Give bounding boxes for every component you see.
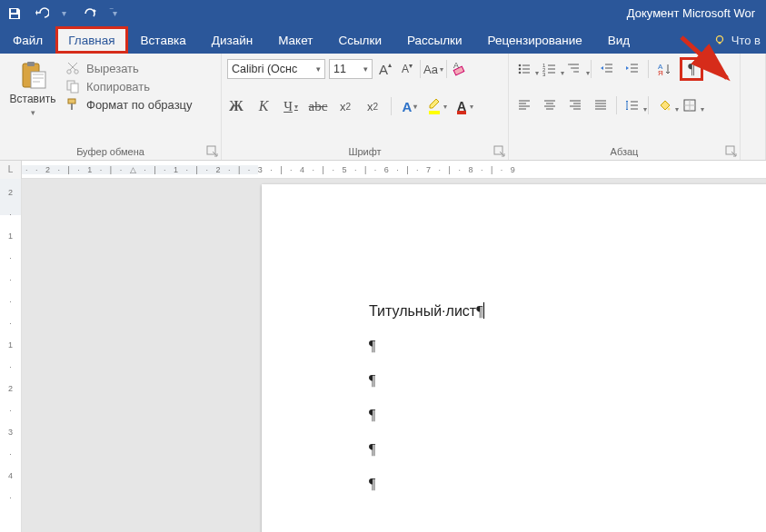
chevron-down-icon: ▾ <box>31 108 35 117</box>
shading-button[interactable] <box>654 96 674 114</box>
subscript-button[interactable]: x2 <box>336 97 354 115</box>
dialog-launcher-icon[interactable] <box>206 145 219 158</box>
svg-point-8 <box>75 70 78 74</box>
qat-customize-icon[interactable]: ‾▾ <box>110 8 118 18</box>
svg-text:3: 3 <box>542 72 546 76</box>
pilcrow-icon: ¶ <box>476 303 482 319</box>
multilevel-list-icon <box>568 62 582 76</box>
svg-point-23 <box>568 64 570 65</box>
tell-me[interactable]: Что в <box>708 26 766 54</box>
svg-rect-1 <box>11 15 18 18</box>
redo-icon[interactable] <box>83 6 97 21</box>
sort-button[interactable]: AЯ <box>654 60 674 78</box>
copy-button[interactable]: Копировать <box>65 79 193 94</box>
align-left-icon <box>517 98 532 113</box>
document-title: Документ Microsoft Wor <box>118 6 759 20</box>
copy-label: Копировать <box>86 80 150 94</box>
tab-selector[interactable]: L <box>0 161 22 179</box>
svg-point-28 <box>668 108 671 111</box>
pilcrow-icon: ¶ <box>369 338 766 354</box>
line-spacing-button[interactable] <box>622 96 642 114</box>
increase-indent-button[interactable] <box>622 60 642 78</box>
shrink-font-button[interactable]: A▾ <box>398 60 416 78</box>
eraser-icon: A <box>452 61 468 77</box>
clipboard-icon <box>18 61 47 90</box>
align-right-button[interactable] <box>565 96 585 114</box>
grow-font-button[interactable]: A▴ <box>376 60 394 78</box>
justify-button[interactable] <box>591 96 611 114</box>
svg-point-24 <box>571 67 572 69</box>
font-color-icon: A <box>455 97 468 115</box>
tab-review[interactable]: Рецензирование <box>475 26 595 54</box>
change-case-button[interactable]: Aa <box>424 60 443 78</box>
document-area: 2·1····1·2·3·4· Титульный·лист¶ ¶ ¶ ¶ ¶ … <box>0 179 766 532</box>
tab-file[interactable]: Файл <box>0 26 55 54</box>
tab-home[interactable]: Главная <box>55 26 127 54</box>
svg-point-19 <box>519 72 522 74</box>
lightbulb-icon <box>713 34 726 46</box>
paint-bucket-icon <box>657 98 671 113</box>
borders-button[interactable] <box>680 96 700 114</box>
tab-design[interactable]: Дизайн <box>199 26 265 54</box>
dialog-launcher-icon[interactable] <box>493 145 506 158</box>
group-label-clipboard: Буфер обмена <box>5 144 215 160</box>
svg-text:A: A <box>453 61 459 70</box>
undo-icon[interactable] <box>35 6 49 21</box>
svg-rect-12 <box>71 103 73 110</box>
svg-point-18 <box>519 68 522 71</box>
bullets-button[interactable] <box>514 60 534 78</box>
text-line: Титульный·лист¶ <box>369 302 766 320</box>
qat-sep: ▾ <box>62 8 70 18</box>
cut-button[interactable]: Вырезать <box>65 61 193 75</box>
svg-point-25 <box>573 71 575 73</box>
strikethrough-button[interactable]: abc <box>309 97 327 115</box>
numbering-button[interactable]: 123 <box>540 60 560 78</box>
font-name-combo[interactable]: Calibri (Оснс▾ <box>227 59 325 79</box>
ruler-horizontal[interactable]: L · · 2 · | · 1 · | · △ · | · 1 · | · 2 … <box>0 161 766 179</box>
page[interactable]: Титульный·лист¶ ¶ ¶ ¶ ¶ ¶ <box>262 184 766 532</box>
underline-button[interactable]: Ч <box>282 97 300 115</box>
ribbon: Вставить ▾ Вырезать Копировать <box>0 54 766 161</box>
italic-button[interactable]: К <box>254 97 273 115</box>
highlight-icon <box>427 97 442 115</box>
tab-view[interactable]: Вид <box>595 26 642 54</box>
svg-point-17 <box>519 64 522 67</box>
paintbrush-icon <box>65 97 80 112</box>
svg-text:Я: Я <box>658 69 663 76</box>
superscript-button[interactable]: x2 <box>363 97 382 115</box>
tell-me-label: Что в <box>731 34 761 47</box>
svg-rect-10 <box>71 84 78 93</box>
paste-button[interactable]: Вставить ▾ <box>5 57 60 144</box>
font-color-button[interactable]: A <box>455 97 473 115</box>
canvas[interactable]: Титульный·лист¶ ¶ ¶ ¶ ¶ ¶ <box>22 179 766 532</box>
tab-references[interactable]: Ссылки <box>325 26 394 54</box>
group-font: Calibri (Оснс▾ 11▾ A▴ A▾ Aa A Ж К Ч abc <box>222 54 509 160</box>
pilcrow-icon: ¶ <box>369 441 766 458</box>
cut-label: Вырезать <box>86 62 139 75</box>
text-effects-button[interactable]: A <box>401 97 419 115</box>
save-icon[interactable] <box>7 6 22 21</box>
justify-icon <box>593 98 608 113</box>
font-size-combo[interactable]: 11▾ <box>329 59 373 79</box>
dialog-launcher-icon[interactable] <box>725 145 738 158</box>
ruler-vertical[interactable]: 2·1····1·2·3·4· <box>0 179 22 532</box>
group-label-font: Шрифт <box>227 144 502 160</box>
bold-button[interactable]: Ж <box>227 97 245 115</box>
align-center-button[interactable] <box>540 96 560 114</box>
svg-rect-0 <box>11 9 16 13</box>
multilevel-list-button[interactable] <box>565 60 585 78</box>
outdent-icon <box>600 62 614 76</box>
highlight-button[interactable] <box>428 97 446 115</box>
tab-insert[interactable]: Вставка <box>128 26 199 54</box>
tab-mailings[interactable]: Рассылки <box>394 26 475 54</box>
copy-icon <box>65 79 80 94</box>
show-hide-button[interactable]: ¶ <box>680 57 703 81</box>
sort-icon: AЯ <box>657 62 671 76</box>
align-left-button[interactable] <box>514 96 534 114</box>
format-painter-button[interactable]: Формат по образцу <box>65 97 193 112</box>
decrease-indent-button[interactable] <box>597 60 617 78</box>
bullet-list-icon <box>517 62 532 76</box>
chevron-down-icon: ▾ <box>363 64 368 74</box>
tab-layout[interactable]: Макет <box>265 26 325 54</box>
clear-formatting-button[interactable]: A <box>451 60 469 78</box>
